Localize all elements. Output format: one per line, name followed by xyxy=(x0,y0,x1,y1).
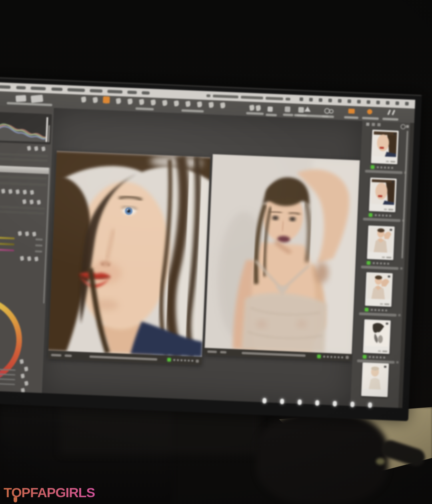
rating-dot[interactable] xyxy=(383,356,385,358)
rating-dot[interactable] xyxy=(177,359,179,361)
cursor-tool-icon[interactable] xyxy=(162,100,168,106)
brush-tool-icon[interactable] xyxy=(256,105,261,111)
thumbnail-4[interactable] xyxy=(364,272,392,317)
color-tag-green[interactable] xyxy=(167,358,171,361)
rating-dot[interactable] xyxy=(184,359,186,361)
reset-icon[interactable] xyxy=(37,200,41,205)
menu-item[interactable] xyxy=(30,86,46,90)
rating-dot[interactable] xyxy=(389,215,391,217)
status-icon[interactable] xyxy=(348,100,351,103)
rating-dot[interactable] xyxy=(378,214,380,216)
viewer-image-right[interactable] xyxy=(204,154,360,361)
import-folder-icon[interactable] xyxy=(348,109,355,114)
color-tag-green[interactable] xyxy=(317,355,321,358)
status-icon[interactable] xyxy=(328,99,332,102)
rating-dot[interactable] xyxy=(387,263,389,265)
gradient-tool-icon[interactable] xyxy=(249,105,255,111)
pen-icon[interactable] xyxy=(22,199,27,204)
color-tag-green[interactable] xyxy=(369,213,372,217)
thumbnail-card[interactable] xyxy=(369,177,396,212)
filter-icon[interactable] xyxy=(372,123,375,126)
thumbnail-2[interactable] xyxy=(368,177,396,222)
menu-item[interactable] xyxy=(16,86,26,90)
color-tag-green[interactable] xyxy=(367,261,370,265)
pen-icon[interactable] xyxy=(27,256,32,261)
rating-dot[interactable] xyxy=(371,309,373,311)
cursor-tool-icon[interactable] xyxy=(220,102,226,108)
rating-dot[interactable] xyxy=(384,262,386,264)
rating-dot[interactable] xyxy=(382,214,384,216)
rating-dot[interactable] xyxy=(378,309,380,311)
thumbnail-card[interactable] xyxy=(361,363,389,397)
rating-dot[interactable] xyxy=(173,359,175,361)
rating-dot[interactable] xyxy=(374,309,376,311)
reset-icon[interactable] xyxy=(41,146,46,151)
cursor-tool-icon[interactable] xyxy=(127,98,133,104)
search-icon[interactable] xyxy=(400,124,406,129)
menu-item[interactable] xyxy=(107,90,122,94)
cursor-tool-icon[interactable] xyxy=(116,98,121,104)
disk-slash-icon[interactable] xyxy=(387,110,391,115)
viewer-image-left[interactable] xyxy=(48,151,210,365)
rating-dot[interactable] xyxy=(380,262,382,264)
add-icon[interactable] xyxy=(406,125,409,128)
rating-dot[interactable] xyxy=(323,355,325,357)
color-tag-green[interactable] xyxy=(371,165,374,169)
cursor-tool-icon[interactable] xyxy=(197,101,202,107)
pen-icon[interactable] xyxy=(24,381,29,386)
capture-orb-icon[interactable] xyxy=(367,109,372,115)
pan-tool-icon[interactable] xyxy=(16,95,26,102)
thumbnail-card[interactable] xyxy=(371,129,398,164)
rating-dot[interactable] xyxy=(327,356,329,358)
rating-dot[interactable] xyxy=(384,166,386,168)
slider-olive[interactable] xyxy=(0,242,14,245)
menu-item[interactable] xyxy=(0,85,11,89)
color-tag-green[interactable] xyxy=(365,307,368,311)
rating-dot[interactable] xyxy=(330,356,332,358)
rating-dot[interactable] xyxy=(338,356,340,358)
view-icon[interactable] xyxy=(377,123,380,126)
status-icon[interactable] xyxy=(386,101,390,105)
rating-dot[interactable] xyxy=(369,356,371,358)
curve-tool-icon[interactable] xyxy=(1,189,6,193)
rating-dot[interactable] xyxy=(375,214,377,216)
rating-dot[interactable] xyxy=(380,356,382,358)
rating-dot[interactable] xyxy=(191,360,193,362)
reset-icon[interactable] xyxy=(34,257,39,261)
rating-dot[interactable] xyxy=(376,356,378,358)
cursor-tool-icon[interactable] xyxy=(208,102,214,108)
thumbnail-3[interactable] xyxy=(366,225,394,270)
menu-item[interactable] xyxy=(142,91,150,95)
cursor-tool-icon[interactable] xyxy=(139,99,144,105)
menu-item[interactable] xyxy=(90,89,102,93)
thumbnail-6[interactable] xyxy=(361,363,389,397)
rating-dot[interactable] xyxy=(382,309,384,311)
info-bar-end-icon[interactable] xyxy=(196,359,199,363)
curve-tool-icon[interactable] xyxy=(23,189,27,194)
pen-icon[interactable] xyxy=(20,256,24,261)
rating-dot[interactable] xyxy=(341,356,343,358)
cursor-tool-icon[interactable] xyxy=(174,100,179,106)
rating-dot[interactable] xyxy=(391,167,393,169)
status-icon[interactable] xyxy=(405,102,408,106)
rating-dot[interactable] xyxy=(388,167,390,169)
slider-pink[interactable] xyxy=(0,248,14,251)
menu-item[interactable] xyxy=(67,88,85,92)
cursor-tool-icon[interactable] xyxy=(185,101,191,107)
toolbar-button-icon[interactable] xyxy=(268,106,273,112)
pen-icon[interactable] xyxy=(25,231,29,236)
thumbnail-card[interactable] xyxy=(365,272,392,307)
thumbnail-card[interactable] xyxy=(363,319,390,354)
exposure-warning-icon[interactable] xyxy=(304,106,311,112)
menu-item[interactable] xyxy=(127,91,137,94)
rating-dot[interactable] xyxy=(188,360,190,362)
pen-icon[interactable] xyxy=(21,388,25,393)
status-icon[interactable] xyxy=(300,98,303,101)
rating-dot[interactable] xyxy=(180,359,182,361)
rating-dot[interactable] xyxy=(376,262,378,264)
thumbnail-card[interactable] xyxy=(367,225,394,260)
status-icon[interactable] xyxy=(396,102,399,105)
status-icon[interactable] xyxy=(357,100,361,104)
curve-tool-icon[interactable] xyxy=(16,189,20,194)
pen-icon[interactable] xyxy=(20,374,25,378)
